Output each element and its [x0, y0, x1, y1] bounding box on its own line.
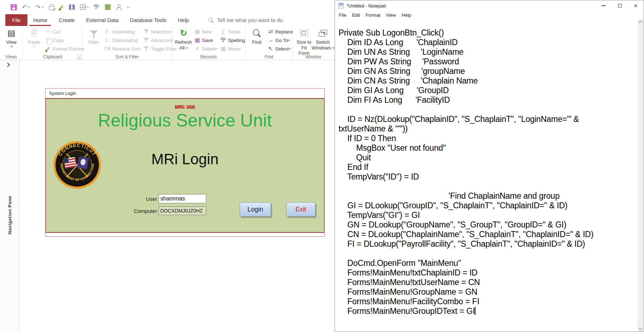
find-magnifier-icon [252, 28, 262, 38]
go-to-button[interactable]: → Go To [266, 36, 294, 44]
tab-create[interactable]: Create [53, 14, 80, 26]
version-text: MRi 366 [46, 104, 324, 110]
paste-button[interactable]: Paste [25, 27, 43, 49]
chevron-down-icon [10, 44, 12, 47]
size-to-fit-icon [300, 28, 308, 38]
replace-button[interactable]: ⇄ Replace [266, 27, 294, 36]
sort-descending-icon: ZA↓ [104, 38, 111, 43]
ribbon-group-clipboard: Paste ✂ Cut Copy Format Painter ↘ Clipbo… [23, 26, 83, 60]
minimize-button[interactable] [596, 0, 612, 11]
more-button[interactable]: ▦ More [219, 44, 246, 53]
computer-input[interactable] [159, 207, 206, 215]
save-record-button[interactable]: ▦ Save [193, 36, 219, 44]
notepad-title-bar[interactable]: *Untitled - Notepad × [335, 0, 644, 11]
notepad-text-area[interactable]: Private Sub LogonBtn_Click() Dim ID As L… [335, 19, 638, 332]
menu-file[interactable]: File [336, 12, 349, 18]
tell-me-search[interactable]: Tell me what you want to do [208, 14, 283, 26]
ribbon-tab-row: File Home Create External Data Database … [0, 14, 335, 26]
close-button[interactable]: × [628, 0, 644, 11]
ascending-button[interactable]: AZ↓ Ascending [103, 27, 142, 36]
new-record-button[interactable]: ▦ New [193, 27, 219, 36]
find-button[interactable]: Find [248, 27, 266, 46]
account-icon[interactable] [116, 4, 122, 10]
code-text: Private Sub LogonBtn_Click() Dim ID As L… [335, 19, 638, 316]
user-label: User [127, 196, 159, 202]
color-swatch-icon [105, 4, 111, 10]
ribbon-group-views: ▤ View Views [0, 26, 23, 60]
chevron-right-icon[interactable] [5, 63, 10, 67]
menu-view[interactable]: View [383, 12, 399, 18]
menu-help[interactable]: Help [399, 12, 414, 18]
scroll-down-icon[interactable] [638, 326, 643, 330]
user-input[interactable] [159, 194, 206, 203]
menu-edit[interactable]: Edit [349, 12, 363, 18]
copy-icon [44, 38, 52, 43]
format-painter-button[interactable]: Format Painter [43, 44, 85, 53]
more-grid-icon: ▦ [220, 46, 227, 52]
scissors-icon: ✂ [44, 29, 52, 34]
delete-record-button[interactable]: ✕ Delete [193, 44, 219, 53]
tab-database-tools[interactable]: Database Tools [124, 14, 172, 26]
form-title-bar[interactable]: System Login [46, 89, 324, 99]
brush-icon [44, 46, 52, 51]
ribbon-group-window: Size to Fit Form ↷ Switch Windows Window [293, 26, 334, 60]
refresh-icon: ↻ [180, 28, 187, 38]
database-window-icon[interactable] [69, 5, 75, 10]
spelling-check-icon[interactable]: abc✓ [94, 4, 100, 10]
scroll-up-icon[interactable] [638, 20, 643, 25]
maximize-icon [618, 4, 622, 7]
login-button[interactable]: Login [240, 202, 271, 216]
filter-button[interactable]: Filter [85, 27, 103, 46]
size-to-fit-form-button[interactable]: Size to Fit Form [295, 27, 313, 57]
clipboard-group-label: Clipboard [23, 54, 82, 59]
computer-label: Computer [127, 208, 159, 214]
spelling-button[interactable]: abc✓ Spelling [219, 36, 246, 44]
advanced-funnel-icon [143, 38, 150, 43]
selection-funnel-icon [143, 30, 150, 34]
quick-access-toolbar: ↶ ↷ ✓ abc✓ [0, 0, 335, 14]
redo-icon[interactable]: ↷ [35, 4, 43, 10]
spelling-icon: abc✓ [220, 37, 227, 43]
view-button[interactable]: ▤ View [2, 27, 21, 49]
tab-file[interactable]: File [5, 14, 27, 26]
form-title: System Login [49, 91, 76, 96]
refresh-all-button[interactable]: ↻ Refresh All [174, 27, 193, 51]
tab-external-data[interactable]: External Data [80, 14, 124, 26]
form-body: MRi 366 Religious Service Unit [46, 99, 324, 233]
exit-button[interactable]: Exit [286, 202, 315, 216]
chevron-down-icon [33, 44, 35, 47]
sort-ascending-icon: AZ↓ [104, 30, 111, 34]
remove-sort-button[interactable]: AZ✘ Remove Sort [103, 44, 142, 53]
cut-button[interactable]: ✂ Cut [43, 27, 85, 36]
views-group-label: Views [0, 54, 22, 59]
ribbon: ▤ View Views Paste ✂ Cut Copy [0, 26, 335, 60]
vertical-scrollbar[interactable] [638, 19, 644, 332]
tab-help[interactable]: Help [172, 14, 195, 26]
undo-icon[interactable]: ↶ [22, 4, 30, 10]
tab-home[interactable]: Home [27, 14, 53, 26]
select-button[interactable]: ↖ Select [266, 44, 294, 53]
switch-windows-button[interactable]: ↷ Switch Windows [313, 27, 332, 51]
window-group-label: Window [293, 54, 334, 59]
totals-button[interactable]: ∑ Totals [219, 27, 246, 36]
navigation-pane-label[interactable]: Navigation Pane [7, 196, 12, 235]
descending-button[interactable]: ZA↓ Descending [103, 36, 142, 44]
ribbon-group-find: Find ⇄ Replace → Go To ↖ Select Find [245, 26, 293, 60]
switch-windows-icon[interactable] [80, 5, 89, 10]
customize-quick-access-icon[interactable] [127, 6, 129, 9]
notepad-window: *Untitled - Notepad × File Edit Format V… [335, 0, 644, 332]
paste-icon [32, 28, 37, 38]
menu-format[interactable]: Format [363, 12, 383, 18]
remove-sort-icon: AZ✘ [104, 47, 111, 51]
navigation-pane-strip[interactable]: Navigation Pane [0, 60, 20, 332]
sort-filter-group-label: Sort & Filter [83, 54, 172, 59]
minimize-icon [602, 5, 606, 6]
save-icon[interactable] [11, 4, 17, 10]
replace-icon: ⇄ [267, 29, 274, 34]
format-painter-icon[interactable] [60, 5, 64, 10]
copy-button[interactable]: Copy [43, 36, 85, 44]
quick-print-icon[interactable]: ✓ [49, 4, 54, 10]
notepad-menu-bar: File Edit Format View Help [335, 11, 644, 19]
sigma-icon: ∑ [220, 29, 227, 34]
maximize-button[interactable] [612, 0, 628, 11]
